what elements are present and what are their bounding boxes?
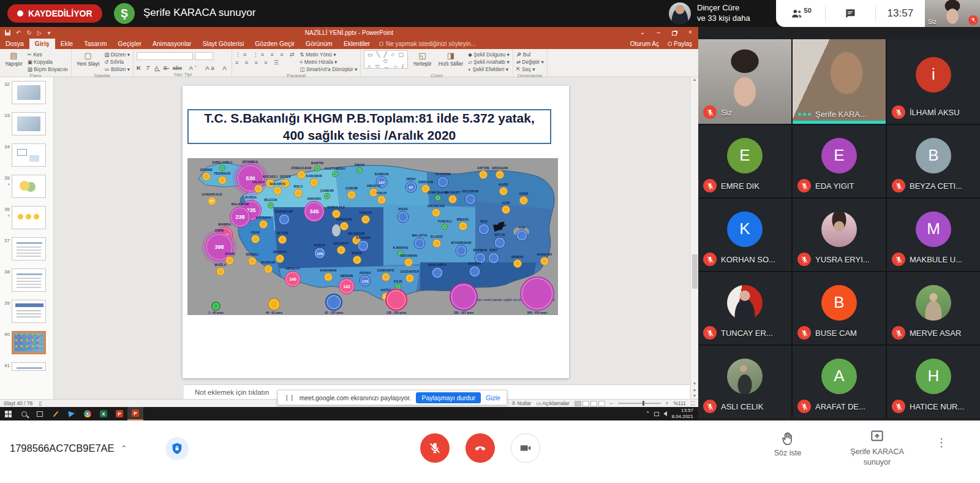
more-options-button[interactable]: ⋮ xyxy=(936,436,947,449)
participant-tile-erife-kara[interactable]: Şerife KARA... xyxy=(793,39,886,124)
slide-thumbnail-38[interactable]: 38 xyxy=(2,268,53,292)
meeting-details-chevron-icon[interactable]: ⌃ xyxy=(121,444,127,453)
turkey-bubble-map[interactable]: KIRKLARELİEDİRNETEKİRDAĞ530İSTANBULKOCAE… xyxy=(187,158,558,315)
select-button[interactable]: ⇱ Seç ▾ xyxy=(516,66,544,72)
slide-thumbnail-36[interactable]: 36* xyxy=(2,206,53,229)
slide-thumbnail-37[interactable]: 37 xyxy=(2,237,53,261)
taskbar-pen-icon[interactable] xyxy=(48,407,64,420)
taskbar-start-icon[interactable] xyxy=(0,407,16,420)
system-tray[interactable]: ⌃ 13:57 8.04.2021 xyxy=(646,408,698,420)
chat-button[interactable] xyxy=(825,6,875,21)
taskbar-powerpoint-icon[interactable]: P xyxy=(111,407,127,420)
font-name-select[interactable] xyxy=(137,52,193,60)
slideshow-icon[interactable]: ▷ xyxy=(37,29,42,36)
slide-thumbnail-41[interactable]: 41 xyxy=(2,362,53,371)
paste-button[interactable]: ▤Yapıştır xyxy=(3,50,24,67)
quick-access-toolbar[interactable]: ↶ ↻ ▷ ▾ xyxy=(5,29,51,36)
self-view-thumbnail[interactable]: Siz xyxy=(925,0,980,27)
quick-styles-button[interactable]: ◨Hızlı Stiller xyxy=(437,50,466,67)
share-button[interactable]: Paylaş xyxy=(668,40,692,47)
minimize-button[interactable]: – xyxy=(650,29,666,37)
menu-tab-ekle[interactable]: Ekle xyxy=(55,39,78,49)
menu-tab-slayt-g-sterisi[interactable]: Slayt Gösterisi xyxy=(197,39,250,49)
shape-outline-button[interactable]: ▱ Şekil Anahattı ▾ xyxy=(468,59,510,65)
menu-tab-animasyonlar[interactable]: Animasyonlar xyxy=(147,39,197,49)
mic-toggle-button[interactable] xyxy=(420,433,450,463)
participant-tile-yusra-eryi[interactable]: YUSRA ERYI... xyxy=(793,199,886,271)
security-button[interactable] xyxy=(165,437,189,460)
participant-tile-beyza-ceti[interactable]: BBEYZA CETI... xyxy=(887,125,980,197)
participant-tile-emre-dik[interactable]: EEMRE DIK xyxy=(698,125,791,197)
taskbar-mail-icon[interactable] xyxy=(64,407,80,420)
taskbar-powerpoint-active-icon[interactable]: P xyxy=(127,407,143,420)
ribbon-display-button[interactable]: ⌄ xyxy=(635,29,650,37)
format-painter-button[interactable]: ▨ Biçim Boyacısı xyxy=(28,66,68,72)
participant-tile-eda-yigit[interactable]: EEDA YIGIT xyxy=(793,125,886,197)
zoom-in-button[interactable]: + xyxy=(666,400,669,406)
arrange-button[interactable]: ◱Yerleştir xyxy=(411,50,433,67)
slide-thumbnail-39[interactable]: 39 xyxy=(2,300,53,323)
scrollbar-thumb[interactable] xyxy=(692,254,698,289)
redo-icon[interactable]: ↻ xyxy=(26,29,31,36)
display-icon[interactable] xyxy=(654,412,659,416)
tray-clock[interactable]: 13:57 8.04.2021 xyxy=(671,408,693,420)
find-button[interactable]: 🔎︎ Bul xyxy=(516,51,544,58)
participant-tile-arafat-de[interactable]: AARAFAT DE... xyxy=(793,346,886,418)
replace-button[interactable]: ⇄ Değiştir ▾ xyxy=(516,59,544,65)
menu-tab-g-r-n-m[interactable]: Görünüm xyxy=(300,39,338,49)
list-buttons[interactable]: ⋮≡ ⋮≡ ≡ ≡ ⇄ xyxy=(235,51,297,58)
speaker-icon[interactable] xyxy=(663,411,667,416)
participant-tile-makbule-u[interactable]: MMAKBULE U... xyxy=(887,199,980,271)
taskbar-search-icon[interactable] xyxy=(16,407,32,420)
participant-tile-merve-asar[interactable]: MERVE ASAR xyxy=(887,272,980,344)
save-icon[interactable] xyxy=(5,30,10,36)
shapes-gallery[interactable]: ▭ ╲ ╱ ○ ▢ ◇△ ▽ → ☆ ( ) xyxy=(364,50,408,69)
shape-effects-button[interactable]: ◐ Şekil Efektleri ▾ xyxy=(468,66,510,72)
menu-tab-dosya[interactable]: Dosya xyxy=(0,39,29,49)
slide-thumbnail-35[interactable]: 35* xyxy=(2,175,53,198)
participants-button[interactable]: 50 xyxy=(776,6,825,21)
slide-thumbnail-40[interactable]: 40 xyxy=(2,331,53,354)
restore-button[interactable] xyxy=(666,29,682,37)
menu-tab-eklentiler[interactable]: Eklentiler xyxy=(338,39,375,49)
font-size-select[interactable] xyxy=(195,52,213,60)
text-direction-button[interactable]: ⇅ Metin Yönü ▾ xyxy=(300,51,358,58)
align-text-button[interactable]: ≡ Metni Hizala ▾ xyxy=(300,59,358,65)
camera-toggle-button[interactable] xyxy=(511,433,540,463)
slide-thumbnail-34[interactable]: 34 xyxy=(2,143,53,167)
hide-banner-button[interactable]: Gizle xyxy=(486,394,500,401)
undo-icon[interactable]: ↶ xyxy=(16,29,21,36)
shape-fill-button[interactable]: ◆ Şekil Dolgusu ▾ xyxy=(468,51,510,58)
section-button[interactable]: ≔ Bölüm ▾ xyxy=(104,66,130,72)
slide-thumbnail-panel[interactable]: 32333435*36*3738394041 xyxy=(0,77,54,399)
copy-button[interactable]: ▣ Kopyala xyxy=(28,59,68,65)
menu-tab-tasar-m[interactable]: Tasarım xyxy=(78,39,112,49)
comments-toggle[interactable]: ▭ Açıklamalar xyxy=(536,400,569,406)
taskbar-task-view-icon[interactable] xyxy=(32,407,48,420)
presenting-status-button[interactable]: Şerife KARACA sunuyor xyxy=(843,428,911,468)
slide-thumbnail-33[interactable]: 33 xyxy=(2,112,53,135)
zoom-out-button[interactable]: − xyxy=(610,400,613,406)
tell-me-box[interactable]: Ne yapmak istediğinizi söyleyin... xyxy=(379,40,476,49)
participant-tile-asli-celik[interactable]: ASLI CELIK xyxy=(698,346,791,418)
menu-tab-g-zden-ge-ir[interactable]: Gözden Geçir xyxy=(249,39,300,49)
scroll-up-icon[interactable]: ▲ xyxy=(693,77,697,82)
raise-hand-button[interactable]: Söz iste xyxy=(769,431,806,457)
previous-slide-button[interactable]: ▲ xyxy=(693,387,697,392)
stop-sharing-button[interactable]: Paylaşmayı durdur xyxy=(416,392,481,403)
fit-slide-button[interactable]: ⛶ xyxy=(691,400,695,407)
view-switcher[interactable] xyxy=(575,401,605,406)
font-format-buttons[interactable]: K T A S abc Aˇ Aa A xyxy=(137,64,228,71)
qat-dropdown-icon[interactable]: ▾ xyxy=(47,29,50,36)
participant-tile-korhan-so[interactable]: KKORHAN SO... xyxy=(698,199,791,271)
zoom-slider[interactable] xyxy=(618,403,661,404)
vertical-scrollbar[interactable]: ▲ ▼ ▲ ▼ xyxy=(690,77,698,399)
cut-button[interactable]: ✂ Kes xyxy=(28,51,68,58)
participant-tile-hatice-nur[interactable]: HHATICE NUR... xyxy=(887,346,980,418)
participant-tile-siz[interactable]: Siz xyxy=(698,39,791,124)
notes-toggle[interactable]: ≜ Notlar xyxy=(511,400,531,406)
tray-chevron-icon[interactable]: ⌃ xyxy=(646,411,650,417)
sign-in-button[interactable]: Oturum Aç xyxy=(630,40,659,47)
new-slide-button[interactable]: ▢Yeni Slayt xyxy=(75,50,102,67)
leave-call-button[interactable] xyxy=(466,433,495,463)
